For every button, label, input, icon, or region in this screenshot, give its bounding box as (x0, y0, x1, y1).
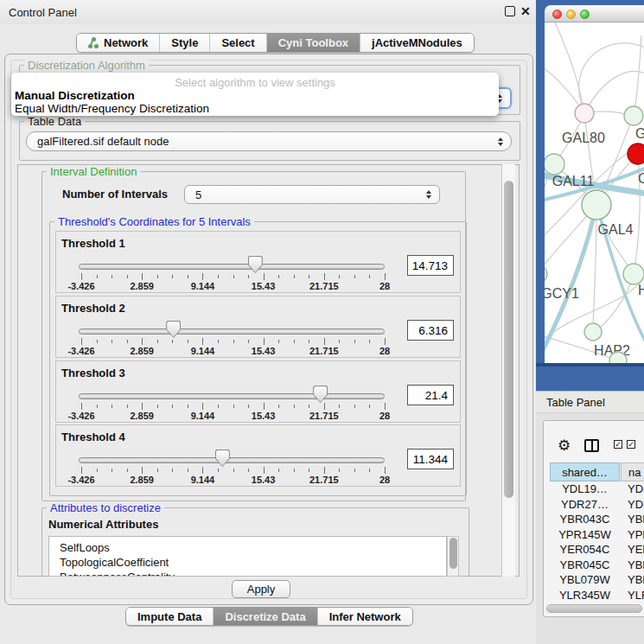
tab-style[interactable]: Style (160, 34, 210, 52)
table-horizontal-scrollbar[interactable] (546, 604, 642, 613)
network-node[interactable] (624, 106, 643, 125)
float-window-icon[interactable] (505, 6, 515, 16)
tick-mark (339, 275, 340, 278)
tick-mark (97, 405, 98, 408)
tick-mark (324, 273, 325, 280)
tick-label: 28 (379, 475, 390, 485)
tab-select[interactable]: Select (210, 34, 266, 52)
tick-label: 9.144 (191, 411, 215, 421)
tick-mark (127, 469, 128, 472)
close-icon[interactable]: ✕ (520, 4, 531, 18)
attribute-list-item[interactable]: SelfLoops (60, 541, 110, 554)
cell-shared-name: YBR045C (550, 558, 620, 571)
threshold-value-field[interactable]: 11.344 (407, 449, 454, 469)
network-node[interactable] (623, 264, 644, 284)
apply-button[interactable]: Apply (232, 580, 290, 598)
number-of-intervals-combobox[interactable]: 5 (184, 185, 440, 204)
tick-mark (278, 275, 279, 278)
numerical-attributes-list[interactable]: SelfLoopsTopologicalCoefficientBetweenne… (48, 536, 447, 577)
gear-icon[interactable]: ⚙ (558, 437, 571, 455)
threshold-value-field[interactable]: 14.713 (407, 255, 454, 276)
tab-jactivemnodules[interactable]: jActiveMNodules (360, 34, 474, 52)
table-data-combobox[interactable]: galFiltered.sif default node (26, 131, 512, 151)
network-node[interactable] (575, 104, 594, 123)
tick-mark (202, 467, 203, 474)
threshold-panel: Threshold 2-3.4262.8599.14415.4321.71528… (55, 296, 461, 358)
slider-thumb[interactable] (215, 450, 230, 467)
tick-label: 15.43 (252, 346, 276, 356)
cell-name: YBL0 (628, 573, 644, 586)
slider-track[interactable] (79, 328, 385, 335)
network-node[interactable] (628, 143, 644, 164)
slider-track[interactable] (79, 457, 385, 463)
tick-label: 21.715 (309, 346, 339, 356)
threshold-value-field[interactable]: 21.4 (407, 385, 454, 405)
column-header-name[interactable]: na (621, 462, 644, 481)
network-node[interactable] (584, 323, 602, 341)
slider-thumb[interactable] (166, 321, 181, 338)
tick-mark (218, 275, 219, 278)
network-node[interactable] (609, 352, 627, 363)
tick-label: -3.426 (67, 411, 94, 421)
slider-track[interactable] (79, 393, 385, 399)
attribute-list-item[interactable]: TopologicalCoefficient (60, 556, 169, 569)
slider-tick-labels: -3.4262.8599.14415.4321.71528 (81, 281, 385, 291)
table-row[interactable]: YER054CYER0 (545, 543, 644, 558)
network-node[interactable] (582, 190, 611, 220)
network-edge (634, 35, 641, 116)
node-label: GCY1 (545, 286, 579, 301)
network-icon (88, 37, 99, 48)
slider-thumb[interactable] (248, 256, 263, 273)
tab-discretize-data[interactable]: Discretize Data (214, 608, 317, 625)
tick-mark (157, 275, 158, 278)
checkbox-icon[interactable]: ✓ (627, 440, 635, 449)
column-layout-icon[interactable] (584, 439, 599, 452)
mac-close-icon[interactable] (552, 10, 562, 19)
tick-mark (81, 403, 82, 410)
tab-label: Select (221, 36, 254, 49)
main-scrollbar-thumb[interactable] (504, 181, 513, 498)
tick-mark (354, 469, 355, 472)
checkbox-icon[interactable]: ✓ (614, 440, 622, 449)
tick-mark (309, 469, 309, 472)
mac-minimize-icon[interactable] (566, 10, 576, 19)
table-row[interactable]: YDL19…YDL1 (545, 482, 644, 498)
tick-mark (294, 405, 295, 408)
table-row[interactable]: YBL079WYBL0 (545, 573, 644, 589)
slider-track[interactable] (79, 264, 385, 270)
tab-impute-data[interactable]: Impute Data (126, 608, 214, 625)
control-panel: Control Panel ✕ NetworkStyleSelectCyni T… (0, 0, 536, 644)
cell-name: YLR3 (628, 589, 644, 602)
mac-zoom-icon[interactable] (580, 10, 590, 19)
table-row[interactable]: YBR045CYBR0 (545, 558, 644, 574)
node-label: GA (635, 126, 644, 141)
network-canvas[interactable]: GAL80GACGAL11GAL4GCY1HHAP2 (545, 22, 644, 363)
numerical-attributes-label: Numerical Attributes (48, 518, 158, 531)
algorithm-option[interactable]: Equal Width/Frequency Discretization (15, 102, 209, 115)
tab-infer-network[interactable]: Infer Network (318, 608, 412, 625)
network-node[interactable] (545, 154, 564, 175)
tick-label: 2.859 (130, 346, 154, 356)
slider-thumb[interactable] (313, 386, 328, 403)
slider-tick-labels: -3.4262.8599.14415.4321.71528 (81, 411, 385, 421)
tick-label: 2.859 (130, 475, 154, 485)
tick-mark (385, 338, 386, 345)
attribute-list-item[interactable]: BetweennessCentrality (60, 571, 175, 577)
tick-mark (369, 405, 370, 408)
table-row[interactable]: YLR345WYLR3 (545, 589, 644, 604)
algorithm-option[interactable]: Manual Discretization (15, 89, 135, 102)
table-row[interactable]: YPR145WYPR1 (545, 528, 644, 544)
table-row[interactable]: YDR27…YDR2 (545, 498, 644, 513)
column-header-shared-name[interactable]: shared… (550, 462, 620, 481)
tick-mark (202, 338, 203, 345)
attributes-scrollbar-thumb[interactable] (450, 538, 457, 569)
threshold-label: Threshold 4 (61, 430, 125, 443)
table-row[interactable]: YBR043CYBR0 (545, 513, 644, 528)
tab-cyni-toolbox[interactable]: Cyni Toolbox (267, 34, 360, 52)
network-node[interactable] (545, 265, 547, 283)
tab-label: Network (104, 36, 148, 49)
threshold-value-field[interactable]: 6.316 (407, 320, 454, 341)
tab-network[interactable]: Network (77, 34, 160, 52)
tick-mark (97, 275, 98, 278)
tick-mark (385, 467, 386, 474)
